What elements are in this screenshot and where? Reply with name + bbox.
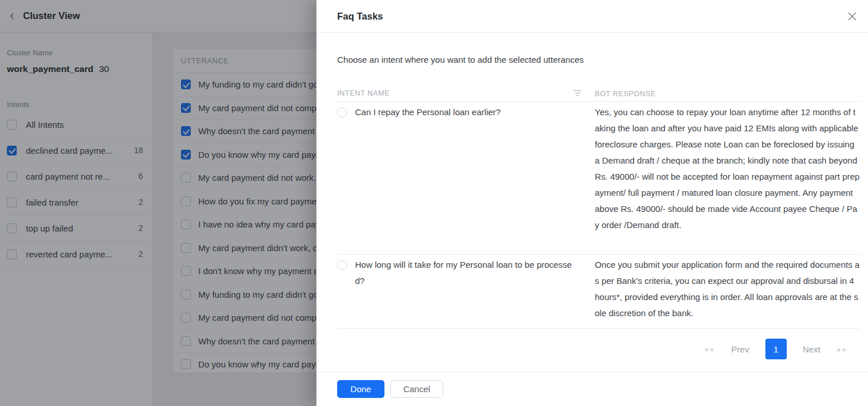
intent-radio[interactable]: [337, 260, 347, 270]
faq-row: How long will it take for my Personal lo…: [337, 255, 860, 329]
bot-response: Once you submit your application form an…: [595, 257, 860, 321]
modal-footer: Done Cancel: [316, 371, 868, 406]
intent-radio[interactable]: [337, 108, 347, 117]
intent-name: How long will it take for my Personal lo…: [355, 257, 575, 289]
modal-header: Faq Tasks: [316, 0, 868, 33]
pagination-next[interactable]: Next: [803, 344, 821, 354]
faq-tasks-modal: Faq Tasks Choose an intent where you wan…: [316, 0, 868, 406]
pagination-prev[interactable]: Prev: [731, 344, 749, 354]
close-icon[interactable]: [845, 9, 859, 23]
cluster-view-page: Cluster View Cluster Name work_payment_c…: [0, 0, 868, 406]
bot-response: Yes, you can choose to repay your loan a…: [595, 104, 860, 247]
pagination-last[interactable]: »»: [837, 345, 847, 354]
intent-name: Can I repay the Personal loan earlier?: [355, 104, 575, 120]
table-header-row: INTENT NAME BOT RESPONSE: [337, 85, 860, 102]
faq-table: INTENT NAME BOT RESPONSE Can I repay the…: [337, 85, 860, 329]
cancel-button[interactable]: Cancel: [390, 380, 443, 398]
intent-name-column-header: INTENT NAME: [337, 89, 573, 97]
pagination-first[interactable]: ««: [704, 345, 715, 354]
done-button[interactable]: Done: [337, 380, 384, 398]
modal-subtitle: Choose an intent where you want to add t…: [337, 55, 847, 64]
pagination-page-1[interactable]: 1: [765, 339, 787, 359]
bot-response-column-header: BOT RESPONSE: [595, 90, 656, 98]
faq-row: Can I repay the Personal loan earlier? Y…: [337, 102, 860, 255]
filter-icon[interactable]: [573, 90, 582, 97]
pagination: «« Prev 1 Next »»: [316, 339, 847, 359]
modal-title: Faq Tasks: [337, 11, 845, 22]
